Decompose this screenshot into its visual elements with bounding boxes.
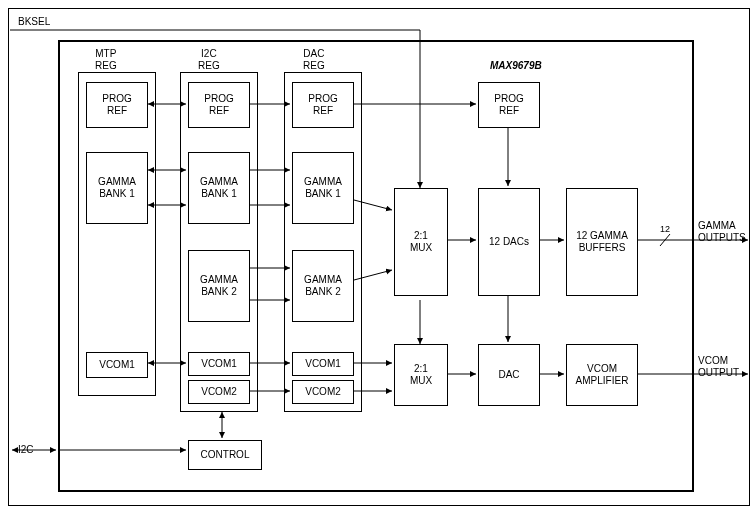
control-block: CONTROL [188,440,262,470]
dac-vcom2: VCOM2 [292,380,354,404]
i2c-vcom1: VCOM1 [188,352,250,376]
mux-gamma: 2:1MUX [394,188,448,296]
gamma-bus-width: 12 [660,224,670,235]
prog-ref-right: PROGREF [478,82,540,128]
mux-vcom: 2:1MUX [394,344,448,406]
col-i2c-title: I2C REG [198,48,220,72]
mtp-prog-ref: PROGREF [86,82,148,128]
dac-gamma2: GAMMABANK 2 [292,250,354,322]
dac-prog-ref: PROGREF [292,82,354,128]
col-mtp-title: MTP REG [95,48,117,72]
dac-single: DAC [478,344,540,406]
col-dac-title: DAC REG [303,48,325,72]
i2c-gamma1: GAMMABANK 1 [188,152,250,224]
vcom-amplifier: VCOMAMPLIFIER [566,344,638,406]
dac-vcom1: VCOM1 [292,352,354,376]
mtp-vcom1: VCOM1 [86,352,148,378]
pin-bksel-label: BKSEL [18,16,50,28]
dacs-12: 12 DACs [478,188,540,296]
diagram-canvas: BKSEL I2C MAX9679B MTP REG I2C REG DAC R… [0,0,756,512]
i2c-vcom2: VCOM2 [188,380,250,404]
i2c-gamma2: GAMMABANK 2 [188,250,250,322]
gamma-outputs-label: GAMMAOUTPUTS [698,220,750,244]
dac-gamma1: GAMMABANK 1 [292,152,354,224]
gamma-buffers: 12 GAMMABUFFERS [566,188,638,296]
pin-i2c-label: I2C [18,444,34,456]
part-number: MAX9679B [490,60,542,71]
i2c-prog-ref: PROGREF [188,82,250,128]
vcom-output-label: VCOMOUTPUT [698,355,750,379]
mtp-gamma1: GAMMABANK 1 [86,152,148,224]
